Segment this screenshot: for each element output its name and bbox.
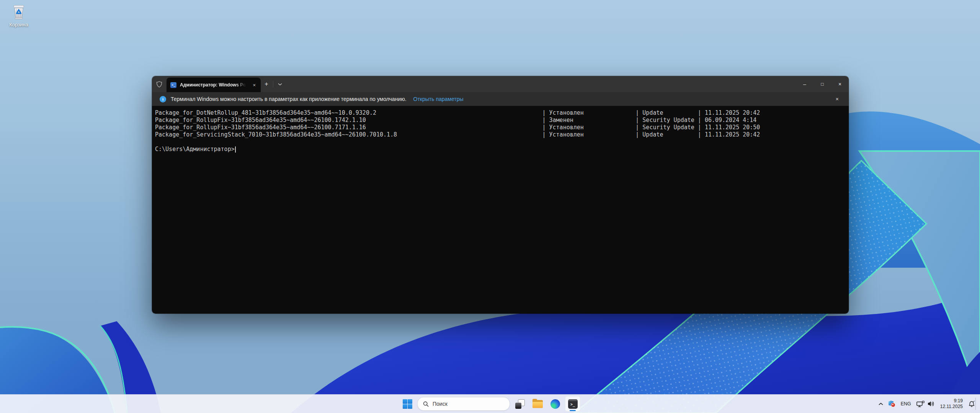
file-explorer-icon (532, 400, 543, 408)
terminal-output-row: Package_for_DotNetRollup_481~31bf3856ad3… (155, 109, 846, 117)
task-view-icon (515, 399, 525, 409)
network-icon (916, 401, 925, 407)
terminal-icon: >_ (568, 399, 578, 409)
running-indicator (570, 410, 576, 411)
admin-shield-icon (152, 76, 167, 92)
terminal-window: >_ Администратор: Windows Po × + – □ × i… (152, 76, 849, 314)
terminal-output: Package_for_DotNetRollup_481~31bf3856ad3… (155, 109, 846, 146)
clock[interactable]: 9:19 12.11.2025 (938, 396, 965, 411)
default-terminal-banner: i Терминал Windows можно настроить в пар… (152, 92, 849, 106)
terminal-prompt-line: C:\Users\Администратор> (155, 146, 846, 153)
new-tab-button[interactable]: + (261, 76, 272, 92)
terminal-taskbar-button[interactable]: >_ (565, 396, 580, 411)
terminal-titlebar[interactable]: >_ Администратор: Windows Po × + – □ × (152, 76, 849, 92)
tab-title: Администратор: Windows Po (180, 82, 247, 88)
search-icon (423, 401, 429, 407)
volume-icon (928, 401, 935, 407)
terminal-output-row: Package_for_RollupFix~31bf3856ad364e35~a… (155, 124, 846, 131)
terminal-cursor (235, 146, 236, 153)
terminal-prompt: C:\Users\Администратор> (155, 146, 235, 153)
edge-icon (550, 399, 560, 409)
device-error-tray-icon (889, 401, 895, 407)
powershell-icon: >_ (170, 82, 176, 88)
open-settings-link[interactable]: Открыть параметры (413, 96, 464, 102)
banner-close-button[interactable]: × (833, 95, 841, 103)
terminal-output-row: Package_for_ServicingStack_7010~31bf3856… (155, 131, 846, 138)
taskbar-center: Поиск >_ (400, 395, 580, 413)
maximize-button[interactable]: □ (813, 76, 831, 92)
file-explorer-button[interactable] (530, 396, 545, 411)
tray-time: 9:19 (954, 398, 963, 404)
minimize-button[interactable]: – (796, 76, 813, 92)
tab-dropdown-button[interactable] (274, 76, 286, 92)
tab-bar-divider (273, 81, 273, 88)
terminal-content[interactable]: Package_for_DotNetRollup_481~31bf3856ad3… (152, 106, 849, 314)
windows-logo-icon (403, 399, 412, 409)
tray-date: 12.11.2025 (940, 404, 963, 410)
banner-message: Терминал Windows можно настроить в парам… (171, 96, 407, 102)
language-indicator[interactable]: ENG (898, 396, 913, 411)
hidden-icons-button[interactable] (876, 396, 885, 411)
recycle-bin-desktop-icon[interactable]: Корзина (3, 3, 34, 28)
network-volume-button[interactable] (914, 396, 937, 411)
terminal-output-row: Package_for_RollupFix~31bf3856ad364e35~a… (155, 117, 846, 124)
do-not-disturb-bell-icon: z z (968, 400, 975, 407)
terminal-icon-glyph: >_ (570, 402, 575, 406)
task-view-button[interactable] (512, 396, 528, 411)
maximize-glyph: □ (821, 81, 823, 87)
tab-administrator-powershell[interactable]: >_ Администратор: Windows Po × (167, 78, 261, 92)
terminal-blank-line (155, 138, 846, 146)
chevron-up-icon (879, 403, 883, 405)
recycle-bin-label: Корзина (9, 22, 28, 28)
taskbar-search-input[interactable]: Поиск (417, 397, 510, 411)
info-icon: i (160, 96, 166, 102)
edge-button[interactable] (547, 396, 563, 411)
desktop: Корзина >_ Администратор: Windows Po × +… (0, 0, 980, 413)
titlebar-drag-area[interactable] (286, 76, 796, 92)
search-placeholder: Поиск (433, 401, 448, 407)
system-tray: ENG 9:19 12.11.2025 (876, 395, 978, 413)
tab-close-button[interactable]: × (251, 81, 258, 89)
recycle-bin-icon (10, 3, 28, 21)
chevron-down-icon (278, 83, 282, 86)
close-window-button[interactable]: × (831, 76, 849, 92)
start-button[interactable] (400, 396, 415, 411)
taskbar: Поиск >_ (0, 394, 980, 413)
tray-status-button[interactable] (886, 396, 898, 411)
svg-text:z: z (974, 400, 975, 402)
show-desktop-button[interactable] (975, 398, 978, 410)
